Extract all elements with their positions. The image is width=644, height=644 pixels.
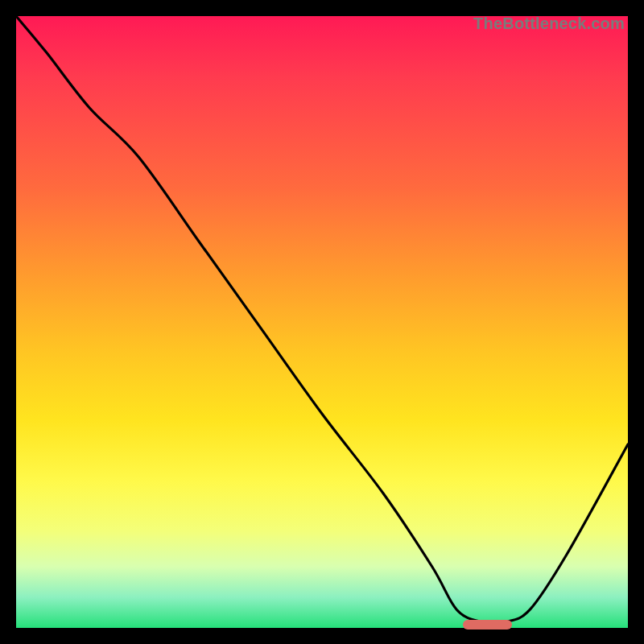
watermark-text: TheBottleneck.com [473,14,625,33]
line-curve [16,16,628,628]
chart-frame: TheBottleneck.com [16,16,628,628]
optimum-marker [463,620,512,630]
